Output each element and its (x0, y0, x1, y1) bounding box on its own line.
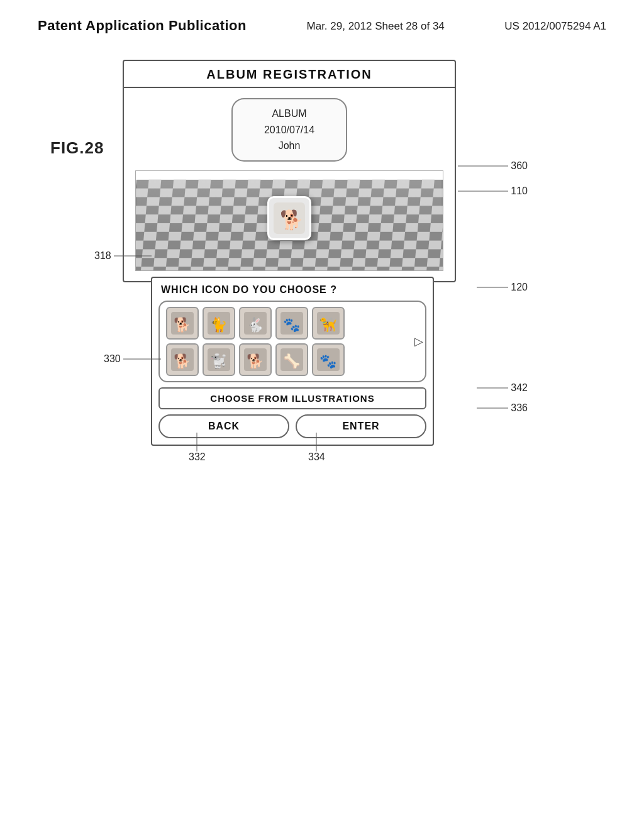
icon-row-2: 🐕 🐩 🐕 🦴 🐾 (166, 343, 419, 376)
svg-text:🐇: 🐇 (247, 316, 264, 333)
publication-label: Patent Application Publication (38, 18, 247, 34)
icon-row-1: 🐕 🐈 🐇 🐾 🦮 (166, 307, 419, 340)
ref-120-label: 120 (511, 282, 528, 293)
ref-330-group: 330 (104, 353, 161, 365)
icon-grid-wrapper: 🐕 🐈 🐇 🐾 🦮 🐕 🐩 🐕 (158, 301, 426, 382)
album-line2: 2010/07/14 (264, 122, 314, 138)
album-line3: John (264, 138, 314, 154)
ref-332-label: 332 (189, 451, 206, 463)
ref-330-label: 330 (104, 353, 121, 365)
choose-illustrations-button[interactable]: CHOOSE FROM ILLUSTRATIONS (158, 387, 426, 409)
icon-cell-2-2[interactable]: 🐩 (203, 343, 235, 376)
icon-cell-1-2[interactable]: 🐈 (203, 307, 235, 340)
svg-text:🦮: 🦮 (319, 316, 337, 333)
album-line1: ALBUM (264, 106, 314, 122)
svg-text:🐾: 🐾 (319, 353, 337, 370)
ref-110-group: 110 (458, 185, 528, 197)
lower-panel: WHICH ICON DO YOU CHOOSE ? 🐕 🐈 🐇 🐾 🦮 � (151, 277, 434, 446)
icon-cell-2-4[interactable]: 🦴 (275, 343, 308, 376)
patent-number: US 2012/0075294 A1 (504, 18, 606, 33)
scroll-right-arrow[interactable]: ▷ (411, 329, 426, 354)
ref-334-group: 334 (308, 433, 325, 463)
icon-cell-2-1[interactable]: 🐕 (166, 343, 199, 376)
ref-336-group: 336 (477, 402, 528, 414)
ref-332-group: 332 (189, 433, 206, 463)
svg-text:🐈: 🐈 (210, 316, 228, 333)
ref-336-label: 336 (511, 402, 528, 414)
floating-icon-image: 🐕 (267, 196, 311, 240)
ref-342-group: 342 (477, 382, 528, 394)
icon-choice-question: WHICH ICON DO YOU CHOOSE ? (152, 278, 433, 301)
ref-110-label: 110 (511, 185, 528, 197)
sheet-info: Mar. 29, 2012 Sheet 28 of 34 (307, 18, 445, 33)
svg-text:🐩: 🐩 (210, 353, 228, 370)
ref-342-label: 342 (511, 382, 528, 394)
icon-cell-1-4[interactable]: 🐾 (275, 307, 308, 340)
icon-cell-2-3[interactable]: 🐕 (239, 343, 272, 376)
album-info-box: ALBUM 2010/07/14 John (231, 98, 347, 162)
icon-cell-1-5[interactable]: 🦮 (312, 307, 345, 340)
ref-360-group: 360 (458, 160, 528, 172)
ref-318-label: 318 (94, 250, 111, 262)
ref-360-label: 360 (511, 160, 528, 172)
album-registration-title: ALBUM REGISTRATION (124, 61, 455, 88)
figure-label: FIG.28 (50, 138, 104, 158)
ref-318-group: 318 (94, 250, 152, 262)
svg-text:🦴: 🦴 (283, 353, 301, 370)
ref-334-label: 334 (308, 451, 325, 463)
upper-panel: ALBUM REGISTRATION ALBUM 2010/07/14 John (123, 60, 456, 282)
svg-text:🐕: 🐕 (174, 353, 191, 370)
checkerboard-area: 🐕 (135, 170, 443, 271)
svg-text:🐕: 🐕 (174, 316, 191, 333)
ref-120-group: 120 (477, 282, 528, 293)
icon-cell-1-3[interactable]: 🐇 (239, 307, 272, 340)
back-button[interactable]: BACK (158, 414, 289, 438)
icon-cell-1-1[interactable]: 🐕 (166, 307, 199, 340)
icon-cell-2-5[interactable]: 🐾 (312, 343, 345, 376)
svg-text:🐕: 🐕 (280, 209, 304, 231)
svg-text:🐾: 🐾 (283, 316, 301, 333)
svg-text:🐕: 🐕 (247, 353, 264, 370)
